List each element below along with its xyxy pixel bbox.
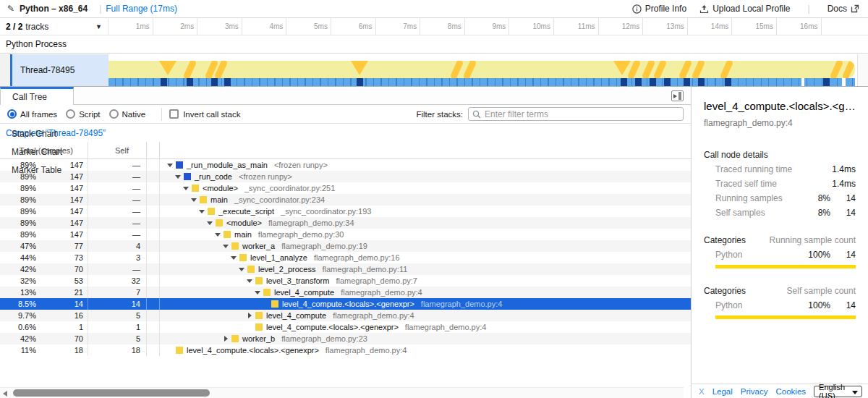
tab-marker-table[interactable]: Marker Table	[0, 159, 74, 178]
marker-icon[interactable]	[720, 61, 734, 78]
upload-icon	[699, 4, 709, 14]
category-square-icon	[216, 219, 223, 226]
marker-icon[interactable]	[159, 61, 176, 75]
expander-open-icon[interactable]	[254, 291, 261, 295]
radio-label: Script	[79, 110, 100, 119]
footer-link-legal[interactable]: Legal	[712, 387, 733, 396]
marker-icon[interactable]	[692, 61, 706, 78]
cell-total-percent: 89%	[0, 230, 36, 239]
marker-icon[interactable]	[678, 61, 693, 78]
tab-call-tree[interactable]: Call Tree	[0, 87, 74, 106]
call-tree-row[interactable]: 47%774worker_aflamegraph_demo.py:19	[0, 240, 691, 252]
ruler-tick: 2ms	[153, 18, 198, 35]
tab-marker-chart[interactable]: Marker Chart	[0, 141, 74, 160]
cell-self-samples: —	[88, 206, 147, 217]
call-tree-row[interactable]: 89%147—_execute_script_sync_coordinator.…	[0, 206, 691, 217]
cell-total-percent: 8.5%	[0, 300, 36, 308]
call-tree-row[interactable]: 89%147—_run_module_as_main<frozen runpy>	[0, 159, 691, 171]
activity-graph[interactable]	[109, 61, 855, 78]
call-tree-row[interactable]: 89%147—main_sync_coordinator.py:234	[0, 194, 691, 206]
dark-sample-cell	[357, 78, 363, 86]
cell-total-percent: 32%	[0, 276, 36, 285]
call-tree-row[interactable]: 13%217level_4_computeflamegraph_demo.py:…	[0, 287, 691, 298]
call-tree-row[interactable]: 89%147—<module>flamegraph_demo.py:34	[0, 217, 691, 229]
marker-icon[interactable]	[830, 61, 844, 78]
marker-icon[interactable]	[450, 61, 464, 78]
expander-open-icon[interactable]	[238, 268, 245, 271]
process-label: Python Process	[6, 39, 67, 49]
expander-open-icon[interactable]	[214, 233, 221, 237]
expander-open-icon[interactable]	[230, 256, 237, 260]
timeline-vertical-scrollbar[interactable]	[857, 54, 868, 86]
expander-closed-icon[interactable]	[222, 336, 229, 342]
call-tree-row[interactable]: 9.7%165level_4_computeflamegraph_demo.py…	[0, 310, 691, 321]
ruler-tick: 3ms	[197, 18, 242, 35]
call-tree-row[interactable]: 8.5%1414level_4_compute.<locals>.<genexp…	[0, 298, 691, 310]
marker-icon[interactable]	[183, 61, 197, 78]
column-header-self[interactable]: Self	[88, 142, 147, 158]
full-range-button[interactable]: Full Range (17ms)	[106, 4, 177, 14]
expander-open-icon[interactable]	[182, 187, 190, 190]
upload-profile-button[interactable]: Upload Local Profile	[699, 4, 790, 14]
timeline-ruler[interactable]: 1ms2ms3ms4ms5ms6ms7ms8ms9ms10ms11ms12ms1…	[109, 18, 822, 35]
header-actions: Profile Info Upload Local Profile | Docs	[632, 4, 868, 14]
call-tree-row[interactable]: 89%147—_run_code<frozen runpy>	[0, 171, 691, 182]
ruler-tick: 13ms	[643, 18, 688, 35]
expander-open-icon[interactable]	[222, 245, 229, 248]
profile-name-button[interactable]: ✎ Python – x86_64	[0, 4, 95, 14]
footer-link-privacy[interactable]: Privacy	[741, 387, 768, 396]
expander-open-icon[interactable]	[206, 221, 213, 225]
language-select[interactable]: English (US)	[814, 386, 862, 397]
sample-strip[interactable]	[109, 78, 855, 86]
invert-call-stack-checkbox[interactable]	[169, 109, 179, 119]
marker-icon[interactable]	[653, 61, 668, 78]
radio-script[interactable]: Script	[66, 109, 100, 119]
thread-track-label[interactable]: Thread-78495	[12, 54, 109, 86]
filter-stacks-input[interactable]	[485, 109, 679, 119]
cell-total-percent: 89%	[0, 195, 36, 204]
process-track-header[interactable]: Python Process	[0, 35, 868, 54]
cell-spacer	[147, 171, 160, 182]
call-tree-row[interactable]: 44%733level_1_analyzeflamegraph_demo.py:…	[0, 252, 691, 263]
profile-info-button[interactable]: Profile Info	[632, 4, 686, 14]
cell-function: _execute_script_sync_coordinator.py:193	[160, 206, 691, 217]
bottom-panel: Call TreeFlame GraphStack ChartMarker Ch…	[0, 86, 691, 398]
radio-native[interactable]: Native	[109, 109, 146, 119]
radio-all-frames[interactable]: All frames	[7, 109, 57, 119]
footer-link-cookies[interactable]: Cookies	[776, 387, 807, 396]
function-name: level_4_compute	[274, 288, 334, 297]
expander-open-icon[interactable]	[166, 164, 174, 167]
invert-call-stack-label[interactable]: Invert call stack	[183, 110, 240, 119]
detail-percent: 8%	[798, 208, 830, 218]
expander-open-icon[interactable]	[190, 198, 197, 202]
call-tree-row[interactable]: 89%147—mainflamegraph_demo.py:30	[0, 229, 691, 240]
function-name: level_1_analyze	[250, 253, 307, 262]
docs-button[interactable]: Docs	[827, 4, 859, 14]
scroll-left-arrow-icon[interactable]	[3, 391, 7, 397]
call-tree-row[interactable]: 0.6%11level_4_compute.<locals>.<genexpr>…	[0, 321, 691, 333]
marker-icon[interactable]	[463, 61, 477, 78]
thread-track-graph[interactable]	[109, 54, 857, 86]
marker-icon[interactable]	[842, 61, 855, 78]
footer-link-x[interactable]: X	[699, 387, 705, 396]
call-tree-row[interactable]: 89%147—<module>_sync_coordinator.py:251	[0, 182, 691, 194]
dark-sample-cell	[684, 78, 690, 86]
expander-open-icon[interactable]	[174, 175, 182, 179]
expander-open-icon[interactable]	[198, 210, 205, 213]
call-tree-row[interactable]: 32%5332level_3_transformflamegraph_demo.…	[0, 275, 691, 287]
expander-open-icon[interactable]	[246, 279, 253, 283]
cell-total-samples: 77	[36, 240, 88, 252]
call-tree-row[interactable]: 42%70—level_2_processflamegraph_demo.py:…	[0, 263, 691, 275]
tracks-dropdown[interactable]: 2 / 2 tracks ▼	[0, 18, 109, 35]
cell-total-percent: 42%	[0, 334, 36, 343]
expander-closed-icon[interactable]	[246, 313, 253, 318]
call-tree-row[interactable]: 42%705worker_bflamegraph_demo.py:23	[0, 333, 691, 344]
tab-stack-chart[interactable]: Stack Chart	[0, 123, 74, 142]
marker-icon[interactable]	[351, 61, 368, 75]
category-square-icon	[255, 312, 263, 319]
tracks-word: tracks	[25, 22, 48, 32]
sidebar-toggle-button[interactable]	[671, 90, 684, 101]
scrollbar-thumb[interactable]	[13, 389, 210, 397]
profile-info-label: Profile Info	[645, 4, 686, 14]
call-tree-row[interactable]: 11%1818level_4_compute.<locals>.<genexpr…	[0, 344, 691, 356]
